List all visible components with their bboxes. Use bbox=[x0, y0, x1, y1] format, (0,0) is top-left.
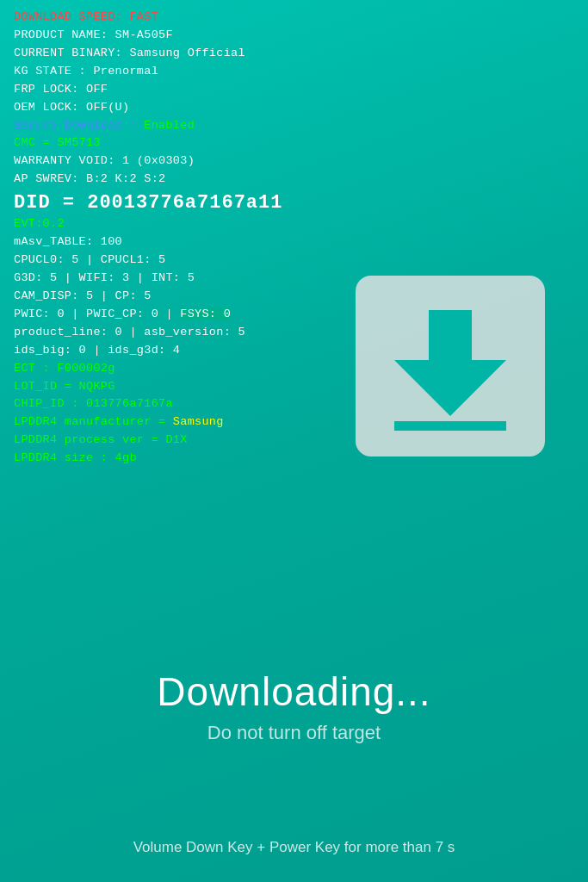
download-arrow-icon bbox=[394, 301, 506, 431]
product-name-line: PRODUCT NAME: SM-A505F bbox=[14, 27, 574, 45]
evt-line: EVT:0.2 bbox=[14, 215, 574, 233]
warranty-line: WARRANTY VOID: 1 (0x0303) bbox=[14, 152, 574, 171]
did-line: DID = 20013776a7167a11 bbox=[14, 192, 574, 214]
download-speed-line: DOWNLOAD SPEED: FAST bbox=[14, 9, 574, 27]
arrow-base bbox=[394, 421, 506, 431]
kg-state-line: KG STATE : Prenormal bbox=[14, 63, 574, 81]
current-binary-line: CURRENT BINARY: Samsung Official bbox=[14, 45, 574, 63]
cmc-line: CMC = SM5713 bbox=[14, 134, 574, 152]
downloading-section: Downloading... Do not turn off target bbox=[0, 668, 588, 744]
oem-lock-line: OEM LOCK: OFF(U) bbox=[14, 99, 574, 117]
downloading-title: Downloading... bbox=[0, 668, 588, 715]
cpucl-line: CPUCL0: 5 | CPUCL1: 5 bbox=[14, 252, 574, 270]
arrow-shaft bbox=[429, 310, 472, 360]
bottom-instruction: Volume Down Key + Power Key for more tha… bbox=[0, 839, 588, 856]
download-icon-container bbox=[356, 276, 545, 457]
ap-swrev-line: AP SWREV: B:2 K:2 S:2 bbox=[14, 171, 574, 189]
samsung-download-screen: DOWNLOAD SPEED: FAST PRODUCT NAME: SM-A5… bbox=[0, 0, 588, 882]
frp-lock-line: FRP LOCK: OFF bbox=[14, 81, 574, 99]
downloading-subtitle: Do not turn off target bbox=[0, 722, 588, 744]
secure-download-line: Secure Download : Enabled bbox=[14, 117, 574, 135]
masv-line: mAsv_TABLE: 100 bbox=[14, 233, 574, 252]
arrow-head bbox=[394, 360, 506, 416]
